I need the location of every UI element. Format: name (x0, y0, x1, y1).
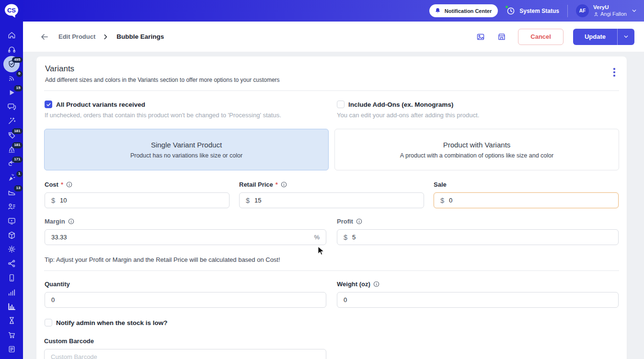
custom-barcode-label: Custom Barcode (44, 337, 94, 345)
back-arrow-icon[interactable] (39, 32, 49, 42)
divider (44, 270, 619, 271)
retail-price-input[interactable] (254, 197, 417, 204)
sidebar-item-promotions[interactable]: 1 (0, 171, 23, 185)
notification-center-button[interactable]: Notification Center (429, 4, 498, 17)
main-content: Edit Product Bubble Earings Cancel Updat… (23, 22, 644, 359)
update-split-button: Update (573, 29, 634, 45)
product-with-variants-subtitle: A product with a combination of options … (400, 152, 553, 159)
person-icon (593, 11, 599, 17)
system-status-label: System Status (519, 8, 559, 14)
sidebar-item-customers[interactable] (0, 200, 23, 214)
divider (44, 90, 619, 91)
update-button[interactable]: Update (573, 29, 617, 45)
sidebar-item-tutorials[interactable] (0, 213, 23, 228)
svg-text:CS: CS (7, 7, 16, 14)
sidebar-item-mobile-app[interactable] (0, 271, 23, 285)
info-icon[interactable] (68, 218, 74, 224)
sidebar-item-performance[interactable] (0, 285, 23, 299)
weight-field: Weight (oz) (337, 280, 619, 308)
chevron-down-icon (631, 8, 637, 14)
margin-label: Margin (45, 218, 65, 225)
sale-input[interactable] (449, 197, 612, 204)
quantity-field: Quantity (45, 280, 326, 308)
retail-price-field: Retail Price * $ (239, 181, 424, 208)
team-icon (7, 202, 16, 211)
app-logo[interactable]: CS (3, 3, 20, 19)
profit-input[interactable] (352, 234, 612, 241)
single-variant-card[interactable]: Single Variant Product Product has no va… (44, 129, 329, 170)
system-status-button[interactable]: System Status (506, 6, 559, 16)
sidebar-item-analytics[interactable] (0, 299, 23, 314)
sidebar-item-integrations[interactable] (0, 257, 23, 271)
quantity-label: Quantity (45, 280, 70, 288)
sidebar-item-live[interactable]: 15 (0, 85, 23, 100)
topbar: Notification Center System Status AF Ver… (0, 0, 644, 22)
sidebar-item-automations[interactable] (0, 114, 23, 128)
cost-field: Cost * $ (45, 181, 230, 208)
sidebar-item-products[interactable]: 181 (0, 128, 23, 143)
home-icon (7, 31, 16, 40)
breadcrumb-section[interactable]: Edit Product (58, 33, 95, 40)
include-addons-help: You can edit your add-ons after adding t… (337, 112, 619, 119)
user-menu[interactable]: AF VeryU Angi Fallon (576, 4, 637, 17)
all-variants-received-checkbox[interactable] (45, 101, 52, 108)
profit-field: Profit $ (337, 218, 619, 245)
sidebar-item-grab[interactable]: 181 (0, 142, 23, 157)
party-horn-icon (7, 173, 16, 182)
required-mark: * (61, 181, 63, 188)
product-with-variants-title: Product with Variants (443, 141, 511, 149)
sidebar-item-reports[interactable] (0, 342, 23, 357)
storefront-icon[interactable] (497, 32, 506, 42)
sidebar-item-support[interactable] (0, 43, 23, 57)
sidebar-item-returns[interactable]: 171 (0, 157, 23, 171)
kebab-menu-icon[interactable] (610, 65, 618, 79)
sale-field: Sale $ (434, 181, 619, 208)
badge: 1 (16, 171, 23, 177)
mobile-icon (7, 273, 16, 282)
custom-barcode-input[interactable] (51, 353, 320, 359)
cancel-button[interactable]: Cancel (518, 29, 564, 45)
sidebar-item-broadcast[interactable]: 0 (0, 71, 23, 85)
document-icon (7, 345, 16, 354)
quantity-input[interactable] (51, 296, 320, 303)
single-variant-subtitle: Product has no variations like size or c… (130, 152, 242, 159)
sidebar-item-chat[interactable] (0, 100, 23, 114)
product-with-variants-card[interactable]: Product with Variants A product with a c… (334, 129, 619, 170)
user-name: Angi Fallon (600, 11, 627, 18)
profit-label: Profit (337, 218, 353, 225)
avatar: AF (576, 4, 589, 17)
sidebar-item-cart[interactable] (0, 328, 23, 342)
sidebar-item-inventory[interactable] (0, 228, 23, 242)
info-icon[interactable] (281, 181, 287, 188)
sidebar-item-home[interactable] (0, 28, 23, 43)
breadcrumb-page-title: Bubble Earings (116, 33, 164, 40)
dollar-prefix: $ (246, 197, 250, 204)
image-gallery-icon[interactable] (476, 32, 485, 42)
sale-label: Sale (434, 181, 447, 188)
chevron-down-icon (623, 34, 629, 40)
margin-input[interactable] (51, 234, 310, 241)
sidebar-item-settings[interactable] (0, 242, 23, 257)
system-status-clock-icon (506, 6, 516, 16)
dollar-prefix: $ (51, 197, 55, 204)
sidebar-item-history[interactable] (0, 314, 23, 328)
update-dropdown-button[interactable] (617, 29, 634, 45)
section-title: Variants (45, 64, 280, 74)
badge: 15 (14, 85, 23, 91)
cost-label: Cost (45, 181, 58, 188)
bell-icon (434, 7, 441, 14)
video-icon (7, 216, 16, 225)
info-icon[interactable] (66, 181, 72, 188)
info-icon[interactable] (356, 218, 362, 224)
include-addons-label: Include Add-Ons (ex. Monograms) (348, 101, 453, 108)
include-addons-checkbox[interactable] (337, 101, 345, 108)
sidebar-item-orders[interactable]: 495 (0, 57, 23, 71)
variants-section: Variants Add different sizes and colors … (36, 56, 627, 359)
notify-admin-checkbox[interactable] (45, 319, 52, 326)
weight-input[interactable] (344, 296, 612, 303)
dollar-prefix: $ (344, 234, 347, 241)
sidebar-item-shop[interactable]: 13 (0, 185, 23, 200)
cost-input[interactable] (60, 197, 223, 204)
info-icon[interactable] (373, 281, 380, 287)
check-icon (46, 102, 51, 107)
